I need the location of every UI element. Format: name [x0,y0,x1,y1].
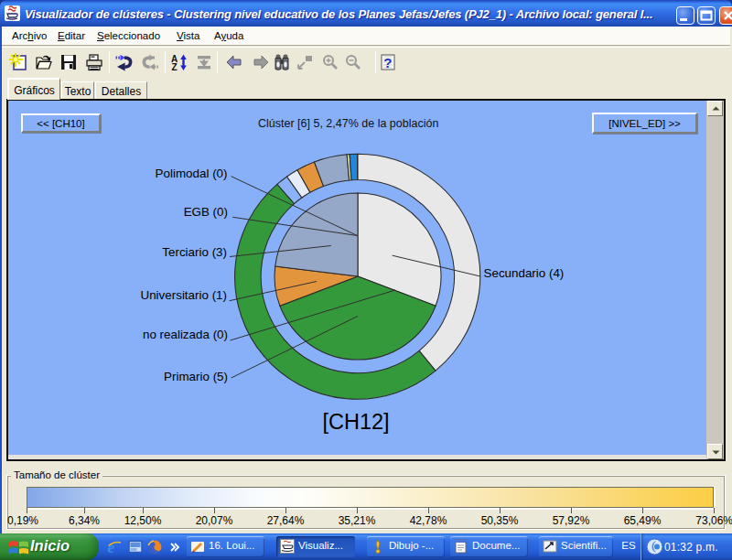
svg-text:Terciario (3): Terciario (3) [162,245,227,259]
svg-text:?: ? [383,55,392,70]
svg-text:e: e [108,539,115,555]
svg-text:Z: Z [172,62,178,71]
svg-text:EGB (0): EGB (0) [184,205,228,219]
svg-text:Universitario (1): Universitario (1) [141,288,228,302]
svg-text:Polimodal (0): Polimodal (0) [156,167,228,180]
svg-text:Secundario (4): Secundario (4) [484,266,565,280]
svg-text:no realizada (0): no realizada (0) [143,328,228,341]
svg-text:Primario (5): Primario (5) [164,370,228,383]
